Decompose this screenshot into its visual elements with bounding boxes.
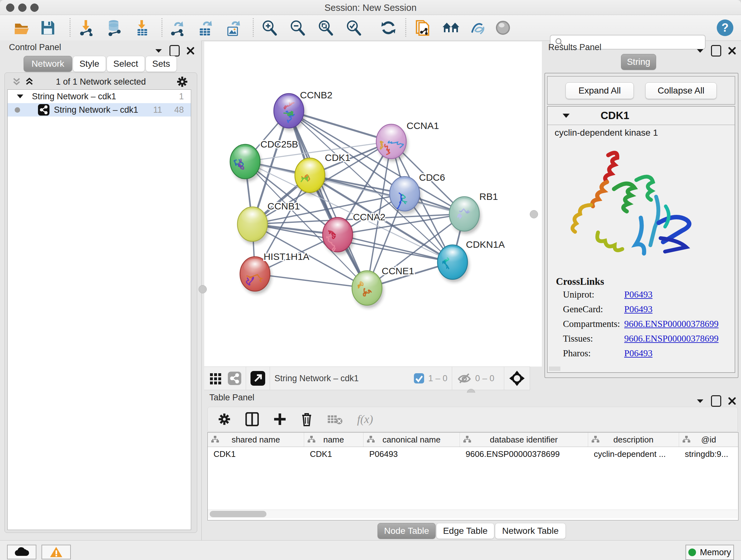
network-tab-content: 1 of 1 Network selected String Network –… [4,72,197,533]
export-image-button[interactable] [225,19,243,37]
edge-CCNA2-CDKN1A[interactable] [338,235,453,262]
tab-select[interactable]: Select [107,56,145,72]
crosshair-icon[interactable] [509,370,525,387]
crosslink-link[interactable]: 9606.ENSP00000378699 [624,319,719,329]
collapse-all-button[interactable]: Collapse All [645,82,717,99]
node-CCNE1[interactable]: CCNE1 [352,266,414,308]
gear-icon[interactable] [177,76,188,87]
collection-count: 1 [179,91,184,102]
network-collection-row[interactable]: String Network – cdk1 1 [8,90,191,103]
collection-expander-icon[interactable] [17,94,23,99]
table-hscrollbar[interactable] [208,509,738,518]
column-header-databaseidentifier[interactable]: database identifier [460,433,588,447]
table-cell[interactable]: cyclin-dependent ... [588,447,679,461]
crosslink-link[interactable]: P06493 [624,304,653,314]
column-header-sharedname[interactable]: shared name [208,433,304,447]
float-panel-icon[interactable] [711,45,721,57]
crosslink-link[interactable]: 9606.ENSP00000378699 [624,333,719,344]
tab-network-table[interactable]: Network Table [495,523,566,539]
panel-menu-icon[interactable] [696,398,704,403]
save-session-button[interactable] [39,19,57,37]
column-header-name[interactable]: name [304,433,363,447]
export-network-button[interactable] [169,19,186,37]
collection-label: String Network – cdk1 [32,91,116,102]
table-hscrollbar-thumb[interactable] [210,511,266,517]
edge-HIST1H1A-CCNE1[interactable] [255,274,367,288]
column-header-description[interactable]: description [588,433,679,447]
tab-style[interactable]: Style [73,56,106,72]
import-table-button[interactable] [133,19,151,37]
table-row[interactable]: CDK1CDK1P064939606.ENSP00000378699cyclin… [208,447,738,461]
network-view-toolbar: String Network – cdk1 1 – 0 0 – 0 [204,367,530,390]
table-cell[interactable]: 9606.ENSP00000378699 [460,447,588,461]
network-row[interactable]: String Network – cdk1 11 48 [8,103,191,117]
cloud-button[interactable] [7,545,37,559]
results-hscrollbar[interactable] [549,367,560,371]
table-cell[interactable]: P06493 [363,447,460,461]
houses-button[interactable] [442,19,460,37]
tab-network[interactable]: Network [23,56,72,72]
table-cell[interactable]: CDK1 [208,447,304,461]
table-cell[interactable]: stringdb [738,447,739,461]
network-canvas[interactable]: CCNB2CCNA1CDC25BCDK1CDC6RB1CCNB1CCNA2CDK… [204,42,542,367]
import-network-icon [78,19,94,36]
open-session-button[interactable] [13,19,31,37]
vertical-splitter-handle[interactable] [199,285,207,294]
tab-edge-table[interactable]: Edge Table [436,523,494,539]
sphere-button[interactable] [494,19,512,37]
zoom-fit-icon [317,19,334,36]
toolbar-separator [253,18,254,37]
node-CDC25B[interactable]: CDC25B [230,139,298,182]
select-columns-icon[interactable] [246,412,259,426]
expand-all-button[interactable]: Expand All [565,82,634,99]
node-CDK1[interactable]: CDK1 [295,152,350,195]
node-table[interactable]: shared namenamecanonical namedatabase id… [207,432,738,520]
add-column-icon[interactable] [273,413,286,426]
hide-glass-button[interactable] [468,19,486,37]
table-cell[interactable]: CDK1 [304,447,363,461]
help-button[interactable]: ? [716,19,734,37]
tab-string[interactable]: String [621,54,656,70]
node-RB1[interactable]: RB1 [449,191,498,234]
vertical-splitter-handle[interactable] [530,210,538,219]
crosslink-link[interactable]: P06493 [624,289,653,300]
node-CCNA1[interactable]: CCNA1 [376,120,439,162]
column-header-id[interactable]: @id [679,433,738,447]
string-document-button[interactable] [414,19,431,37]
gene-expander-icon[interactable] [562,113,570,118]
table-gear-icon[interactable] [218,413,231,426]
refresh-button[interactable] [380,19,398,37]
birdseye-grid-icon[interactable] [209,372,222,385]
crosslink-link[interactable]: P06493 [624,348,653,359]
string-share-icon[interactable] [228,372,241,385]
cloud-icon [14,547,29,557]
close-panel-icon[interactable] [728,397,736,405]
table-cell[interactable]: stringdb:9... [679,447,738,461]
float-panel-icon[interactable] [170,45,180,57]
zoom-out-button[interactable] [288,19,307,37]
import-network-database-button[interactable] [105,19,123,37]
warning-button[interactable] [42,545,71,559]
node-CCNB2[interactable]: CCNB2 [274,90,333,131]
delete-column-icon[interactable] [301,412,313,426]
panel-menu-icon[interactable] [155,48,162,53]
open-in-window-icon[interactable] [251,371,265,386]
tab-sets[interactable]: Sets [145,56,177,72]
float-panel-icon[interactable] [711,395,721,407]
zoom-fit-button[interactable] [317,19,334,37]
zoom-selected-button[interactable] [345,19,362,37]
close-panel-icon[interactable] [728,47,736,55]
column-header-namespace[interactable]: namespace [738,433,739,447]
panel-menu-icon[interactable] [696,48,704,53]
selected-checkbox-icon[interactable] [414,373,424,384]
column-header-canonicalname[interactable]: canonical name [363,433,460,447]
export-network-icon [169,19,186,36]
node-CDKN1A[interactable]: CDKN1A [437,239,505,282]
export-table-button[interactable] [197,19,214,37]
zoom-in-button[interactable] [260,19,278,37]
import-network-button[interactable] [77,19,95,37]
node-HIST1H1A[interactable]: HIST1H1A [240,251,309,294]
close-panel-icon[interactable] [187,47,194,55]
tab-node-table[interactable]: Node Table [378,523,435,539]
memory-button[interactable]: Memory [685,545,734,560]
